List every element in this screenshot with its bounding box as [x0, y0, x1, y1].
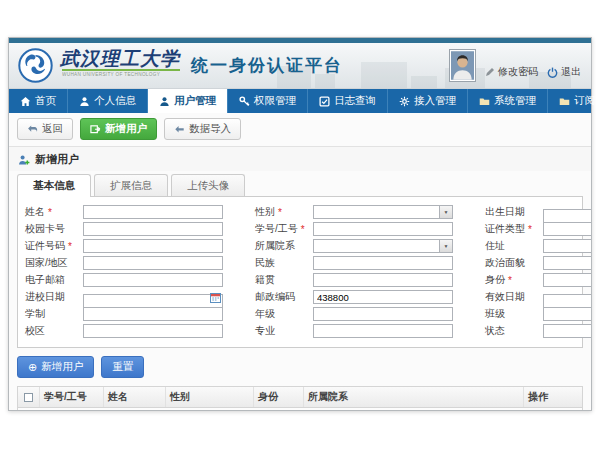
field-label: 籍贯: [255, 273, 275, 287]
university-logo: 武汉理工大学 WUHAN UNIVERSITY OF TECHNOLOGY: [18, 48, 188, 83]
status-input[interactable]: [543, 324, 591, 338]
select-all-checkbox[interactable]: [24, 393, 33, 402]
change-password-label: 修改密码: [498, 65, 538, 79]
field-label: 有效日期: [485, 290, 525, 304]
field-label: 身份: [485, 273, 505, 287]
column-header-actions: 操作: [524, 387, 582, 407]
nav-item-home[interactable]: 首页: [9, 89, 68, 113]
postal-code-input[interactable]: [313, 290, 453, 304]
field-label: 姓名: [25, 205, 45, 219]
power-icon: [547, 67, 558, 78]
field-country: 国家/地区*: [25, 256, 223, 270]
tab-basic-info[interactable]: 基本信息: [17, 174, 91, 197]
field-enroll-date: 进校日期*: [25, 290, 223, 304]
column-header-student-id: 学号/工号: [40, 387, 104, 407]
department-select[interactable]: ▼: [313, 239, 453, 253]
native-place-input[interactable]: [313, 273, 453, 287]
political-status-input[interactable]: [543, 256, 591, 270]
field-campus-card: 校园卡号*: [25, 222, 223, 236]
plus-circle-icon: ⊕: [28, 362, 37, 372]
campus-input[interactable]: [83, 324, 223, 338]
field-label: 所属院系: [255, 239, 295, 253]
field-id-type: 证件类型*: [485, 222, 591, 236]
form-actions: ⊕ 新增用户 重置: [9, 348, 591, 384]
gender-select[interactable]: ▼: [313, 205, 453, 219]
back-arrow-icon: [27, 124, 38, 135]
user-icon: [79, 96, 90, 107]
required-mark: *: [68, 241, 72, 252]
required-mark: *: [278, 207, 282, 218]
country-input[interactable]: [83, 256, 223, 270]
class-input[interactable]: [543, 307, 591, 321]
field-label: 出生日期: [485, 205, 525, 219]
field-department: 所属院系* ▼: [255, 239, 453, 253]
calendar-icon[interactable]: [210, 292, 221, 303]
logo-underline: [62, 69, 180, 71]
field-label: 邮政编码: [255, 290, 295, 304]
add-user-toolbar-button[interactable]: 新增用户: [80, 118, 157, 140]
field-email: 电子邮箱*: [25, 273, 223, 287]
change-password-link[interactable]: 修改密码: [485, 65, 538, 79]
identity-input[interactable]: [543, 273, 591, 287]
field-label: 校园卡号: [25, 222, 65, 236]
tab-extended-info[interactable]: 扩展信息: [94, 174, 168, 196]
avatar[interactable]: [449, 49, 476, 82]
email-input[interactable]: [83, 273, 223, 287]
field-class: 班级*: [485, 307, 591, 321]
column-header-name: 姓名: [104, 387, 166, 407]
field-identity: 身份*: [485, 273, 591, 287]
nav-label: 首页: [35, 94, 56, 108]
back-button[interactable]: 返回: [17, 118, 73, 140]
nav-item-log-query[interactable]: 日志查询: [308, 89, 388, 113]
nav-item-system-management[interactable]: 系统管理: [468, 89, 548, 113]
address-input[interactable]: [543, 239, 591, 253]
field-grade: 年级*: [255, 307, 453, 321]
required-mark: *: [48, 207, 52, 218]
add-user-submit-button[interactable]: ⊕ 新增用户: [17, 356, 94, 378]
birth-date-input[interactable]: [543, 209, 591, 223]
nav-item-personal-info[interactable]: 个人信息: [68, 89, 148, 113]
data-import-button[interactable]: 数据导入: [164, 118, 241, 140]
field-label: 进校日期: [25, 290, 65, 304]
ethnicity-input[interactable]: [313, 256, 453, 270]
valid-date-input[interactable]: [543, 294, 591, 308]
name-input[interactable]: [83, 205, 223, 219]
grade-input[interactable]: [313, 307, 453, 321]
basic-info-panel: 姓名* 性别* ▼ 出生日期* 校园卡号*: [17, 196, 583, 348]
campus-card-input[interactable]: [83, 222, 223, 236]
field-label: 政治面貌: [485, 256, 525, 270]
student-id-input[interactable]: [313, 222, 453, 236]
reset-button[interactable]: 重置: [101, 356, 144, 378]
chevron-down-icon: ▼: [439, 206, 452, 218]
university-emblem-icon: [18, 48, 53, 83]
table-header-row: 学号/工号 姓名 性别 身份 所属院系 操作: [18, 387, 582, 408]
field-label: 校区: [25, 324, 45, 338]
id-type-input[interactable]: [543, 222, 591, 236]
nav-item-permission-management[interactable]: 权限管理: [228, 89, 308, 113]
field-address: 住址*: [485, 239, 591, 253]
select-all-cell: [18, 387, 40, 407]
chevron-down-icon: ▼: [439, 240, 452, 252]
field-gender: 性别* ▼: [255, 205, 453, 219]
nav-item-user-management[interactable]: 用户管理: [148, 89, 228, 113]
id-number-input[interactable]: [83, 239, 223, 253]
major-input[interactable]: [313, 324, 453, 338]
logout-link[interactable]: 退出: [547, 65, 581, 79]
field-campus: 校区*: [25, 324, 223, 338]
schooling-length-input[interactable]: [83, 307, 223, 321]
field-student-id: 学号/工号*: [255, 222, 453, 236]
field-label: 专业: [255, 324, 275, 338]
key-icon: [239, 96, 250, 107]
nav-label: 订阅管理: [574, 94, 600, 108]
field-status: 状态*: [485, 324, 591, 338]
nav-item-subscription-management[interactable]: 订阅管理: [548, 89, 600, 113]
nav-label: 系统管理: [494, 94, 536, 108]
enroll-date-input[interactable]: [83, 294, 223, 308]
nav-item-access-management[interactable]: 接入管理: [388, 89, 468, 113]
nav-label: 个人信息: [94, 94, 136, 108]
field-schooling-length: 学制*: [25, 307, 223, 321]
tab-upload-avatar[interactable]: 上传头像: [171, 174, 245, 196]
field-major: 专业*: [255, 324, 453, 338]
pencil-icon: [485, 67, 495, 77]
field-label: 学制: [25, 307, 45, 321]
